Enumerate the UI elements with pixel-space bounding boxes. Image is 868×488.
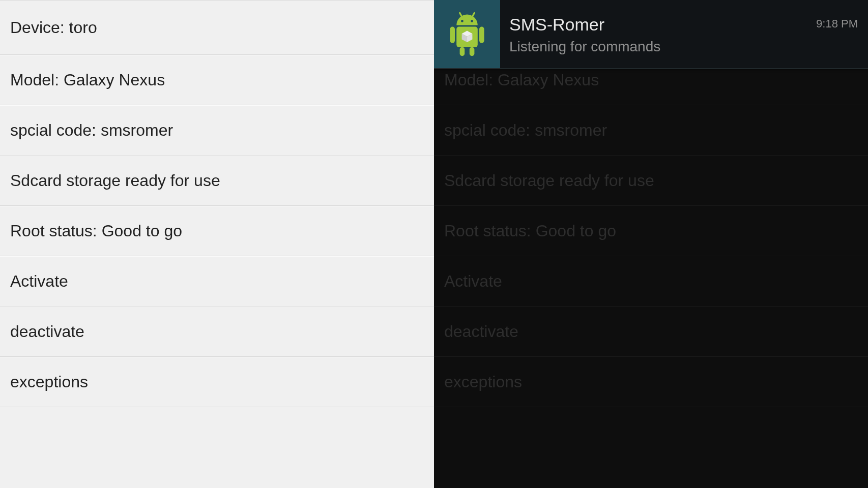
list-item[interactable]: exceptions: [0, 357, 434, 407]
list-item-label: spcial code: smsromer: [10, 121, 173, 140]
list-item: deactivate: [434, 307, 868, 357]
notification-time: 9:18 PM: [816, 17, 858, 30]
list-item-label: deactivate: [444, 322, 518, 341]
left-screenshot-pane: Device: toro Model: Galaxy Nexus spcial …: [0, 0, 434, 488]
android-cube-icon: [446, 10, 488, 58]
list-item[interactable]: Model: Galaxy Nexus: [0, 55, 434, 105]
list-item-label: exceptions: [444, 373, 522, 391]
list-item: Root status: Good to go: [434, 206, 868, 256]
notification-body: SMS-Romer Listening for commands 9:18 PM: [500, 0, 868, 68]
list-item-label: deactivate: [10, 322, 84, 341]
list-item-label: Sdcard storage ready for use: [444, 171, 654, 190]
list-item-label: Root status: Good to go: [444, 222, 616, 240]
list-item[interactable]: Activate: [0, 256, 434, 307]
list-item[interactable]: Root status: Good to go: [0, 206, 434, 256]
right-screenshot-pane: Device: toro Model: Galaxy Nexus spcial …: [434, 0, 868, 488]
notification-title: SMS-Romer: [509, 14, 868, 35]
svg-rect-5: [450, 27, 455, 43]
list-item-label: spcial code: smsromer: [444, 121, 607, 140]
list-item-label: Sdcard storage ready for use: [10, 171, 220, 190]
list-item-label: Model: Galaxy Nexus: [10, 71, 165, 89]
list-item: exceptions: [434, 357, 868, 407]
notification-app-icon-wrap: [434, 0, 500, 68]
list-item-label: Root status: Good to go: [10, 222, 182, 240]
svg-point-2: [461, 20, 464, 22]
list-item-label: Activate: [10, 272, 68, 291]
list-item-label: Model: Galaxy Nexus: [444, 71, 599, 89]
list-item: spcial code: smsromer: [434, 105, 868, 156]
list-item-label: Device: toro: [10, 18, 97, 37]
settings-list-light: Device: toro Model: Galaxy Nexus spcial …: [0, 0, 434, 407]
list-item[interactable]: spcial code: smsromer: [0, 105, 434, 156]
list-item[interactable]: Sdcard storage ready for use: [0, 156, 434, 206]
list-item[interactable]: deactivate: [0, 307, 434, 357]
svg-point-3: [471, 20, 473, 22]
svg-rect-8: [470, 47, 475, 56]
notification[interactable]: SMS-Romer Listening for commands 9:18 PM: [434, 0, 868, 69]
notification-subtitle: Listening for commands: [509, 38, 868, 55]
list-item-label: Activate: [444, 272, 502, 291]
list-item[interactable]: Device: toro: [0, 0, 434, 55]
list-item-label: exceptions: [10, 373, 88, 391]
list-item: Sdcard storage ready for use: [434, 156, 868, 206]
svg-rect-6: [479, 27, 484, 43]
svg-rect-7: [460, 47, 465, 56]
list-item: Activate: [434, 256, 868, 307]
